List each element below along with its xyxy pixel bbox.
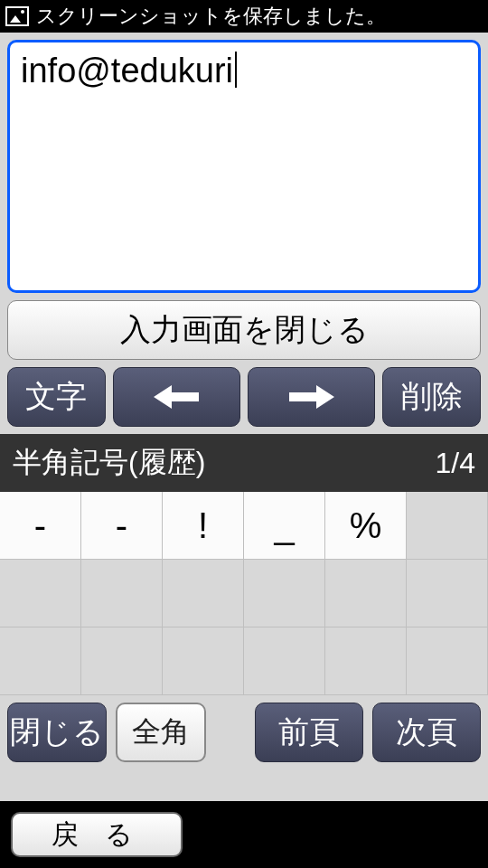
close-keyboard-label: 閉じる — [10, 712, 104, 753]
symbol-cell-empty — [407, 627, 488, 695]
mode-label: 半角記号(履歴) — [13, 443, 205, 483]
symbol-cell-empty — [244, 627, 325, 695]
next-page-button[interactable]: 次頁 — [372, 703, 481, 762]
symbol-cell-empty — [0, 560, 81, 627]
symbol-cell-empty — [407, 560, 488, 627]
main-area: info@tedukuri 入力画面を閉じる 文字 削除 半角記号(履歴) 1/… — [0, 33, 488, 801]
close-input-button[interactable]: 入力画面を閉じる — [7, 300, 481, 360]
input-value: info@tedukuri — [21, 52, 233, 90]
image-icon — [5, 6, 29, 26]
symbol-cell[interactable]: ! — [163, 492, 244, 560]
prev-page-button[interactable]: 前頁 — [255, 703, 363, 762]
symbol-cell[interactable]: ‑ — [0, 492, 81, 560]
status-text: スクリーンショットを保存しました。 — [36, 3, 386, 30]
caret — [235, 52, 237, 88]
back-button[interactable]: 戻 る — [11, 812, 183, 857]
text-input[interactable]: info@tedukuri — [7, 40, 481, 293]
next-page-label: 次頁 — [396, 712, 457, 753]
back-label: 戻 る — [52, 816, 141, 854]
symbol-cell-empty — [407, 492, 488, 560]
close-input-label: 入力画面を閉じる — [120, 309, 369, 351]
mode-bar: 半角記号(履歴) 1/4 — [0, 434, 488, 492]
close-keyboard-button[interactable]: 閉じる — [7, 703, 107, 762]
fullwidth-button[interactable]: 全角 — [116, 703, 206, 762]
svg-marker-0 — [154, 385, 199, 409]
symbol-cell-empty — [325, 627, 407, 695]
nav-bar: 戻 る — [0, 801, 488, 868]
symbol-cell-empty — [244, 560, 325, 627]
edit-row: 文字 削除 — [0, 367, 488, 434]
delete-button[interactable]: 削除 — [382, 367, 481, 427]
symbol-grid: ‑ - ! _ % — [0, 492, 488, 695]
spacer — [215, 703, 246, 762]
symbol-cell-empty — [81, 560, 163, 627]
symbol-cell[interactable]: _ — [244, 492, 325, 560]
bottom-row: 閉じる 全角 前頁 次頁 — [0, 695, 488, 769]
symbol-cell[interactable]: % — [325, 492, 407, 560]
delete-label: 削除 — [401, 376, 463, 418]
symbol-cell-empty — [81, 627, 163, 695]
svg-marker-1 — [289, 385, 334, 409]
arrow-left-icon — [154, 383, 199, 410]
symbol-cell-empty — [163, 560, 244, 627]
symbol-cell-empty — [0, 627, 81, 695]
symbol-cell-empty — [325, 560, 407, 627]
char-mode-label: 文字 — [25, 376, 87, 418]
cursor-left-button[interactable] — [113, 367, 240, 427]
status-bar: スクリーンショットを保存しました。 — [0, 0, 488, 33]
arrow-right-icon — [289, 383, 334, 410]
cursor-right-button[interactable] — [248, 367, 375, 427]
fullwidth-label: 全角 — [132, 712, 190, 752]
char-mode-button[interactable]: 文字 — [7, 367, 106, 427]
symbol-cell-empty — [163, 627, 244, 695]
prev-page-label: 前頁 — [278, 712, 340, 753]
symbol-cell[interactable]: - — [81, 492, 163, 560]
page-indicator: 1/4 — [436, 447, 475, 480]
